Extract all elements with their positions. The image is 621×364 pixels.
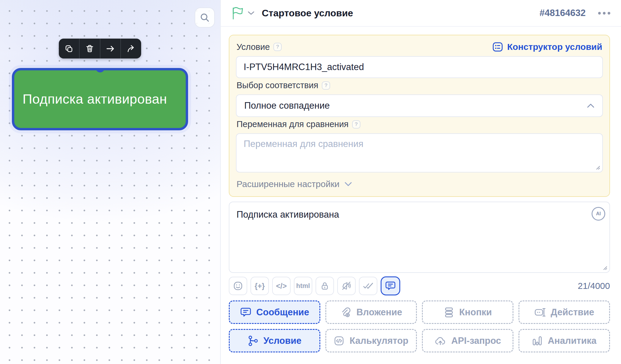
chevron-up-icon [587, 103, 595, 108]
page-title: Стартовое условие [262, 8, 353, 19]
stacked-buttons-icon [444, 307, 454, 318]
copy-node-button[interactable] [59, 39, 79, 58]
emoji-button[interactable] [229, 277, 247, 295]
variable-label: Переменная для сравнения [237, 119, 349, 129]
ellipsis-icon [598, 12, 601, 15]
condition-input[interactable] [236, 56, 603, 78]
cloud-upload-icon [434, 336, 446, 346]
magnifier-icon [199, 12, 210, 23]
builder-icon [492, 42, 503, 52]
settings-panel: Стартовое условие #48164632 Условие ? [221, 0, 621, 364]
help-icon[interactable]: ? [322, 81, 330, 90]
condition-builder-link[interactable]: Конструктор условий [492, 42, 602, 52]
lock-button[interactable] [316, 277, 334, 295]
node-id-badge: #48164632 [540, 8, 586, 18]
block-api-button[interactable]: API-запрос [422, 329, 513, 352]
delete-node-button[interactable] [79, 39, 100, 58]
copy-icon [64, 44, 74, 53]
ai-assistant-button[interactable]: AI [592, 207, 605, 221]
block-buttons-button[interactable]: Кнопки [422, 300, 513, 324]
start-flag-icon [231, 6, 244, 20]
panel-header: Стартовое условие #48164632 [221, 0, 621, 27]
emoji-icon [233, 281, 243, 291]
help-icon[interactable]: ? [352, 120, 360, 129]
share-icon [126, 44, 136, 53]
comment-icon [385, 281, 396, 291]
more-options-button[interactable] [596, 10, 612, 16]
sound-off-icon [341, 281, 352, 291]
block-action-button[interactable]: Действие [518, 300, 610, 324]
block-type-grid: Сообщение Вложение [229, 300, 610, 352]
block-attachment-button[interactable]: Вложение [325, 300, 417, 324]
share-node-button[interactable] [120, 39, 141, 58]
message-textarea[interactable]: Подписка активирована [229, 202, 610, 273]
double-check-icon [363, 282, 373, 290]
action-robot-icon [534, 307, 546, 318]
panel-body: Условие ? Конструктор условий [221, 27, 621, 364]
variable-insert-button[interactable]: {+} [250, 277, 269, 295]
block-analytics-button[interactable]: Аналитика [518, 329, 610, 352]
html-button[interactable]: html [294, 277, 312, 295]
message-toolbar: {+} </> html [229, 276, 610, 295]
canvas-search-button[interactable] [195, 7, 215, 28]
node-label: Подписка активирован [23, 91, 167, 107]
message-bubble-icon [240, 307, 251, 318]
char-counter: 21/4000 [578, 281, 610, 291]
block-calculator-button[interactable]: Калькулятор [325, 329, 417, 352]
chevron-down-icon [248, 11, 255, 15]
calculator-code-icon [334, 335, 344, 346]
arrow-right-icon [105, 44, 115, 53]
message-editor: Подписка активирована AI [229, 202, 610, 273]
flow-node-subscription[interactable]: Подписка активирован [12, 68, 188, 130]
go-to-next-button[interactable] [100, 39, 121, 58]
advanced-settings-toggle[interactable]: Расширенные настройки [237, 179, 602, 189]
variable-textarea[interactable] [236, 133, 603, 172]
comment-mode-button[interactable] [381, 276, 400, 295]
sound-off-button[interactable] [337, 277, 356, 295]
paperclip-icon [340, 307, 351, 318]
condition-card: Условие ? Конструктор условий [229, 35, 610, 197]
double-check-button[interactable] [359, 277, 377, 295]
trash-icon [85, 44, 94, 53]
chevron-down-icon [344, 182, 352, 186]
branch-icon [248, 335, 258, 346]
bar-chart-icon [532, 335, 543, 346]
match-label: Выбор соответствия [237, 80, 318, 90]
flow-canvas[interactable]: Подписка активирован [0, 0, 221, 364]
lock-icon [320, 281, 330, 291]
block-condition-button[interactable]: Условие [229, 329, 320, 352]
node-type-dropdown[interactable] [248, 11, 255, 15]
block-message-button[interactable]: Сообщение [229, 300, 320, 324]
condition-label: Условие [237, 42, 270, 52]
node-toolbar [59, 39, 141, 58]
match-select[interactable]: Полное совпадение [236, 94, 603, 117]
help-icon[interactable]: ? [273, 43, 282, 51]
node-connection-handle[interactable] [96, 68, 105, 72]
code-button[interactable]: </> [272, 277, 291, 295]
